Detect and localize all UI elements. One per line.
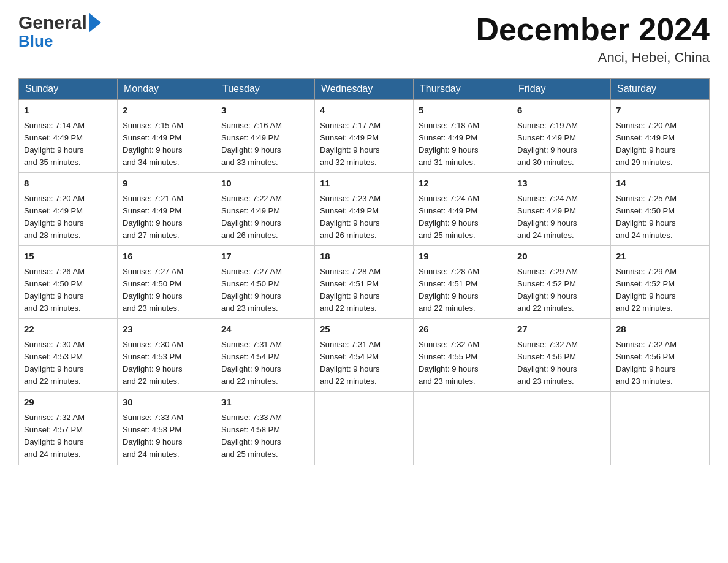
calendar-week-3: 15 Sunrise: 7:26 AMSunset: 4:50 PMDaylig…: [19, 246, 710, 319]
calendar-cell: 3 Sunrise: 7:16 AMSunset: 4:49 PMDayligh…: [216, 100, 315, 173]
day-info: Sunrise: 7:32 AMSunset: 4:56 PMDaylight:…: [517, 340, 578, 386]
day-info: Sunrise: 7:20 AMSunset: 4:49 PMDaylight:…: [24, 194, 85, 240]
calendar-week-2: 8 Sunrise: 7:20 AMSunset: 4:49 PMDayligh…: [19, 173, 710, 246]
column-header-monday: Monday: [118, 79, 216, 100]
day-info: Sunrise: 7:30 AMSunset: 4:53 PMDaylight:…: [24, 340, 85, 386]
day-number: 19: [419, 250, 507, 264]
calendar-cell: 15 Sunrise: 7:26 AMSunset: 4:50 PMDaylig…: [19, 246, 118, 319]
calendar-cell: [611, 392, 710, 465]
day-number: 28: [616, 323, 704, 337]
day-number: 17: [221, 250, 309, 264]
location-text: Anci, Hebei, China: [476, 50, 710, 66]
day-info: Sunrise: 7:16 AMSunset: 4:49 PMDaylight:…: [221, 121, 282, 167]
calendar-cell: 17 Sunrise: 7:27 AMSunset: 4:50 PMDaylig…: [216, 246, 315, 319]
calendar-cell: 20 Sunrise: 7:29 AMSunset: 4:52 PMDaylig…: [512, 246, 611, 319]
calendar-cell: 14 Sunrise: 7:25 AMSunset: 4:50 PMDaylig…: [611, 173, 710, 246]
month-title: December 2024: [476, 12, 710, 47]
day-number: 12: [419, 177, 507, 191]
day-info: Sunrise: 7:30 AMSunset: 4:53 PMDaylight:…: [123, 340, 183, 386]
day-info: Sunrise: 7:33 AMSunset: 4:58 PMDaylight:…: [221, 413, 282, 459]
day-info: Sunrise: 7:23 AMSunset: 4:49 PMDaylight:…: [320, 194, 381, 240]
calendar-cell: [414, 392, 512, 465]
calendar-cell: 29 Sunrise: 7:32 AMSunset: 4:57 PMDaylig…: [19, 392, 118, 465]
calendar-cell: 1 Sunrise: 7:14 AMSunset: 4:49 PMDayligh…: [19, 100, 118, 173]
calendar-cell: 12 Sunrise: 7:24 AMSunset: 4:49 PMDaylig…: [414, 173, 512, 246]
calendar-cell: 31 Sunrise: 7:33 AMSunset: 4:58 PMDaylig…: [216, 392, 315, 465]
day-number: 9: [123, 177, 211, 191]
calendar-cell: 7 Sunrise: 7:20 AMSunset: 4:49 PMDayligh…: [611, 100, 710, 173]
day-number: 16: [123, 250, 211, 264]
calendar-cell: 4 Sunrise: 7:17 AMSunset: 4:49 PMDayligh…: [315, 100, 414, 173]
day-number: 5: [419, 104, 507, 118]
calendar-cell: 30 Sunrise: 7:33 AMSunset: 4:58 PMDaylig…: [118, 392, 216, 465]
day-number: 27: [517, 323, 605, 337]
column-header-wednesday: Wednesday: [315, 79, 414, 100]
calendar-cell: 18 Sunrise: 7:28 AMSunset: 4:51 PMDaylig…: [315, 246, 414, 319]
calendar-cell: 26 Sunrise: 7:32 AMSunset: 4:55 PMDaylig…: [414, 319, 512, 392]
day-info: Sunrise: 7:31 AMSunset: 4:54 PMDaylight:…: [221, 340, 282, 386]
day-info: Sunrise: 7:25 AMSunset: 4:50 PMDaylight:…: [616, 194, 677, 240]
day-number: 7: [616, 104, 704, 118]
calendar-cell: 28 Sunrise: 7:32 AMSunset: 4:56 PMDaylig…: [611, 319, 710, 392]
page-header: General Blue December 2024 Anci, Hebei, …: [18, 12, 710, 66]
calendar-cell: 9 Sunrise: 7:21 AMSunset: 4:49 PMDayligh…: [118, 173, 216, 246]
day-info: Sunrise: 7:24 AMSunset: 4:49 PMDaylight:…: [517, 194, 578, 240]
day-info: Sunrise: 7:29 AMSunset: 4:52 PMDaylight:…: [517, 267, 578, 313]
day-info: Sunrise: 7:20 AMSunset: 4:49 PMDaylight:…: [616, 121, 677, 167]
day-info: Sunrise: 7:31 AMSunset: 4:54 PMDaylight:…: [320, 340, 381, 386]
column-header-tuesday: Tuesday: [216, 79, 315, 100]
calendar-week-4: 22 Sunrise: 7:30 AMSunset: 4:53 PMDaylig…: [19, 319, 710, 392]
day-info: Sunrise: 7:15 AMSunset: 4:49 PMDaylight:…: [123, 121, 183, 167]
calendar-cell: 25 Sunrise: 7:31 AMSunset: 4:54 PMDaylig…: [315, 319, 414, 392]
day-info: Sunrise: 7:24 AMSunset: 4:49 PMDaylight:…: [419, 194, 479, 240]
day-info: Sunrise: 7:28 AMSunset: 4:51 PMDaylight:…: [419, 267, 479, 313]
logo-general-text: General: [18, 12, 87, 33]
calendar-header-row: SundayMondayTuesdayWednesdayThursdayFrid…: [19, 79, 710, 100]
column-header-sunday: Sunday: [19, 79, 118, 100]
calendar-cell: 23 Sunrise: 7:30 AMSunset: 4:53 PMDaylig…: [118, 319, 216, 392]
calendar-cell: 27 Sunrise: 7:32 AMSunset: 4:56 PMDaylig…: [512, 319, 611, 392]
day-number: 26: [419, 323, 507, 337]
calendar-cell: 5 Sunrise: 7:18 AMSunset: 4:49 PMDayligh…: [414, 100, 512, 173]
calendar-cell: 24 Sunrise: 7:31 AMSunset: 4:54 PMDaylig…: [216, 319, 315, 392]
day-number: 21: [616, 250, 704, 264]
day-number: 23: [123, 323, 211, 337]
day-info: Sunrise: 7:29 AMSunset: 4:52 PMDaylight:…: [616, 267, 677, 313]
day-info: Sunrise: 7:27 AMSunset: 4:50 PMDaylight:…: [123, 267, 183, 313]
day-info: Sunrise: 7:32 AMSunset: 4:56 PMDaylight:…: [616, 340, 677, 386]
calendar-table: SundayMondayTuesdayWednesdayThursdayFrid…: [18, 78, 710, 465]
calendar-cell: [512, 392, 611, 465]
day-number: 14: [616, 177, 704, 191]
day-number: 22: [24, 323, 112, 337]
day-number: 4: [320, 104, 408, 118]
column-header-saturday: Saturday: [611, 79, 710, 100]
calendar-cell: 11 Sunrise: 7:23 AMSunset: 4:49 PMDaylig…: [315, 173, 414, 246]
calendar-cell: 8 Sunrise: 7:20 AMSunset: 4:49 PMDayligh…: [19, 173, 118, 246]
calendar-week-1: 1 Sunrise: 7:14 AMSunset: 4:49 PMDayligh…: [19, 100, 710, 173]
calendar-week-5: 29 Sunrise: 7:32 AMSunset: 4:57 PMDaylig…: [19, 392, 710, 465]
calendar-cell: 13 Sunrise: 7:24 AMSunset: 4:49 PMDaylig…: [512, 173, 611, 246]
day-number: 8: [24, 177, 112, 191]
calendar-cell: 22 Sunrise: 7:30 AMSunset: 4:53 PMDaylig…: [19, 319, 118, 392]
day-info: Sunrise: 7:22 AMSunset: 4:49 PMDaylight:…: [221, 194, 282, 240]
day-number: 13: [517, 177, 605, 191]
day-info: Sunrise: 7:19 AMSunset: 4:49 PMDaylight:…: [517, 121, 578, 167]
day-info: Sunrise: 7:28 AMSunset: 4:51 PMDaylight:…: [320, 267, 381, 313]
day-number: 24: [221, 323, 309, 337]
day-info: Sunrise: 7:21 AMSunset: 4:49 PMDaylight:…: [123, 194, 183, 240]
day-info: Sunrise: 7:18 AMSunset: 4:49 PMDaylight:…: [419, 121, 479, 167]
day-info: Sunrise: 7:27 AMSunset: 4:50 PMDaylight:…: [221, 267, 282, 313]
calendar-cell: 19 Sunrise: 7:28 AMSunset: 4:51 PMDaylig…: [414, 246, 512, 319]
day-info: Sunrise: 7:26 AMSunset: 4:50 PMDaylight:…: [24, 267, 85, 313]
day-info: Sunrise: 7:17 AMSunset: 4:49 PMDaylight:…: [320, 121, 381, 167]
day-number: 29: [24, 396, 112, 410]
column-header-friday: Friday: [512, 79, 611, 100]
calendar-cell: [315, 392, 414, 465]
day-number: 31: [221, 396, 309, 410]
day-info: Sunrise: 7:32 AMSunset: 4:57 PMDaylight:…: [24, 413, 85, 459]
day-number: 20: [517, 250, 605, 264]
day-number: 25: [320, 323, 408, 337]
title-area: December 2024 Anci, Hebei, China: [476, 12, 710, 66]
calendar-cell: 16 Sunrise: 7:27 AMSunset: 4:50 PMDaylig…: [118, 246, 216, 319]
day-info: Sunrise: 7:14 AMSunset: 4:49 PMDaylight:…: [24, 121, 85, 167]
